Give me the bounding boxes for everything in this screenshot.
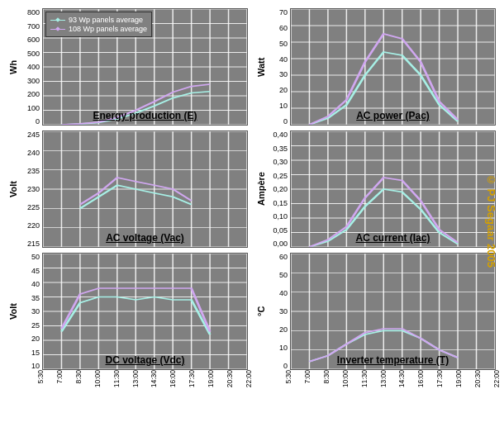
ytick: 60 xyxy=(279,24,288,32)
plot-area: Inverter temperature (T) xyxy=(290,253,496,370)
plot-area: AC power (Pac) xyxy=(290,8,496,126)
ytick: 0 xyxy=(36,117,40,126)
y-axis: 0,400,350,300,250,200,150,100,050,00 xyxy=(268,130,290,248)
ytick: 245 xyxy=(27,130,40,139)
ytick: 40 xyxy=(279,55,288,64)
legend-item: 108 Wp panels average xyxy=(50,25,147,33)
panel-energy: Wh 8007006005004003002001000 93 Wp panel… xyxy=(8,8,248,126)
ytick: 225 xyxy=(27,203,40,211)
ytick: 0,15 xyxy=(273,199,288,207)
xtick: 10:00 xyxy=(93,370,102,387)
xtick: 5:30 xyxy=(284,370,292,384)
y-axis: 245240235230225220215 xyxy=(20,130,42,248)
ytick: 240 xyxy=(27,149,40,157)
ytick: 0,30 xyxy=(273,158,288,166)
ytick: 30 xyxy=(31,307,40,316)
ytick: 50 xyxy=(31,253,40,261)
ytick: 0,40 xyxy=(273,130,288,139)
xtick: 11:30 xyxy=(112,370,121,387)
ytick: 800 xyxy=(27,8,40,17)
xtick: 7:00 xyxy=(55,370,64,384)
ytick: 0 xyxy=(283,362,288,370)
y-axis-label: Wh xyxy=(8,8,20,126)
ytick: 0,25 xyxy=(273,172,288,180)
panel-vac: Volt 245240235230225220215 AC voltage (V… xyxy=(8,130,248,248)
ytick: 30 xyxy=(279,70,288,78)
ytick: 20 xyxy=(279,86,288,94)
y-axis: 8007006005004003002001000 xyxy=(20,8,42,126)
y-axis: 504540353025201510 xyxy=(20,253,42,370)
ytick: 60 xyxy=(279,253,288,261)
ytick: 10 xyxy=(279,102,288,110)
plot-area: DC voltage (Vdc) xyxy=(42,253,248,370)
legend-swatch-icon xyxy=(50,17,65,22)
ytick: 10 xyxy=(31,362,40,370)
panel-iac: Ampère 0,400,350,300,250,200,150,100,050… xyxy=(256,130,496,248)
plot-area: AC current (Iac) xyxy=(290,130,496,248)
ytick: 0,20 xyxy=(273,185,288,193)
xtick: 13:00 xyxy=(131,370,140,387)
xtick: 8:30 xyxy=(74,370,83,384)
x-axis: 5:307:008:3010:0011:3013:0014:3016:0017:… xyxy=(288,370,496,396)
xtick: 13:00 xyxy=(379,370,388,387)
legend: 93 Wp panels average 108 Wp panels avera… xyxy=(45,12,152,37)
legend-item: 93 Wp panels average xyxy=(50,16,147,24)
ytick: 700 xyxy=(27,22,40,31)
xtick: 22:00 xyxy=(245,370,253,387)
xtick: 8:30 xyxy=(322,370,330,384)
ytick: 600 xyxy=(27,36,40,44)
ytick: 0,00 xyxy=(273,240,288,248)
plot-area: AC voltage (Vac) xyxy=(42,130,248,248)
ytick: 30 xyxy=(279,307,288,316)
xtick: 19:00 xyxy=(454,370,463,387)
ytick: 10 xyxy=(279,344,288,352)
xtick: 17:30 xyxy=(435,370,444,387)
chart-container: Wh 8007006005004003002001000 93 Wp panel… xyxy=(8,8,496,396)
ytick: 0,05 xyxy=(273,226,288,235)
ytick: 20 xyxy=(31,334,40,343)
xtick: 20:30 xyxy=(473,370,482,387)
ytick: 25 xyxy=(31,321,40,330)
ytick: 400 xyxy=(27,63,40,71)
xtick: 7:00 xyxy=(303,370,311,384)
y-axis-label: Watt xyxy=(256,8,268,126)
ytick: 15 xyxy=(31,349,40,357)
y-axis: 6050403020100 xyxy=(268,253,290,370)
ytick: 100 xyxy=(27,104,40,112)
xtick: 14:30 xyxy=(397,370,406,387)
ytick: 45 xyxy=(31,267,40,275)
xtick: 14:30 xyxy=(150,370,158,387)
ytick: 35 xyxy=(31,294,40,302)
ytick: 0,35 xyxy=(273,145,288,153)
xtick: 10:00 xyxy=(341,370,349,387)
ytick: 300 xyxy=(27,77,40,85)
xtick: 11:30 xyxy=(360,370,368,387)
ytick: 230 xyxy=(27,185,40,193)
ytick: 20 xyxy=(279,325,288,334)
legend-label: 108 Wp panels average xyxy=(69,25,147,33)
xtick: 19:00 xyxy=(207,370,215,387)
ytick: 235 xyxy=(27,167,40,175)
ytick: 50 xyxy=(279,40,288,48)
panel-pac: Watt 706050403020100 AC power (Pac) xyxy=(256,8,496,126)
panel-temp: °C 6050403020100 Inverter temperature (T… xyxy=(256,253,496,396)
ytick: 40 xyxy=(31,280,40,288)
ytick: 200 xyxy=(27,90,40,98)
y-axis-label: °C xyxy=(256,253,268,370)
ytick: 50 xyxy=(279,271,288,279)
legend-label: 93 Wp panels average xyxy=(69,16,143,24)
ytick: 0,10 xyxy=(273,212,288,221)
xtick: 5:30 xyxy=(36,370,45,384)
y-axis-label: Ampère xyxy=(256,130,268,248)
xtick: 16:00 xyxy=(416,370,425,387)
ytick: 40 xyxy=(279,289,288,297)
panel-vdc: Volt 504540353025201510 DC voltage (Vdc)… xyxy=(8,253,248,396)
y-axis-label: Volt xyxy=(8,130,20,248)
ytick: 70 xyxy=(279,8,288,17)
ytick: 0 xyxy=(283,117,288,126)
ytick: 220 xyxy=(27,221,40,230)
xtick: 17:30 xyxy=(188,370,196,387)
y-axis: 706050403020100 xyxy=(268,8,290,126)
ytick: 500 xyxy=(27,50,40,58)
y-axis-label: Volt xyxy=(8,253,20,370)
